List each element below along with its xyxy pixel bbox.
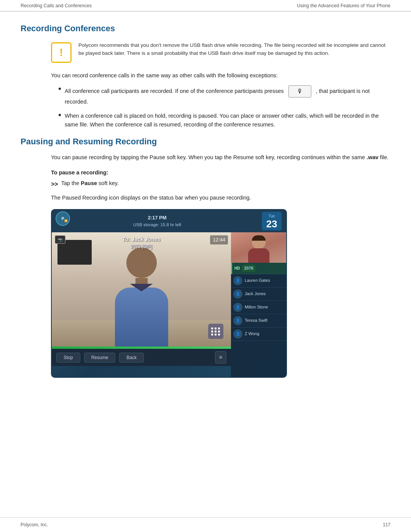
keypad-dot (211, 331, 213, 332)
subsection-label: To pause a recording: (51, 169, 390, 177)
keypad-dot (211, 334, 213, 335)
header-right: Using the Advanced Features of Your Phon… (297, 2, 390, 10)
keypad-dot (211, 328, 213, 329)
avatar-person (245, 232, 272, 263)
arrow-symbol: >> (51, 180, 58, 189)
main-content: Recording Conferences ! Polycom recommen… (0, 11, 411, 404)
section2-body-bold: .wav (366, 154, 378, 160)
mute-button-inline: 🎙 (288, 85, 311, 97)
status-bar: P 📶 2:17 PM USB storage: 15.8 hr left Tu… (52, 210, 286, 232)
right-sidebar: HD 2076 👤 Lauren Gates 👤 Jack Jones 👤 (231, 232, 286, 377)
keypad-dot (215, 331, 217, 332)
video-thumb-icon: 📷 (55, 235, 65, 244)
arrow-step: >> Tap the Pause soft key. (51, 179, 390, 189)
contact-row-milton[interactable]: 👤 Milton Stone (231, 301, 286, 314)
contact-icon: 👤 (233, 329, 242, 339)
status-center: 2:17 PM USB storage: 15.8 hr left (56, 214, 258, 228)
call-timer: 12:44 (210, 235, 228, 244)
keypad-dots (211, 328, 220, 335)
step-text: Tap the Pause soft key. (61, 179, 119, 188)
keypad-icon[interactable] (208, 324, 223, 339)
warning-icon: ! (51, 42, 72, 63)
person-head (126, 248, 157, 278)
sidebar-avatar-img (231, 232, 286, 263)
list-item: All conference call participants are rec… (59, 85, 390, 106)
avatar-body (248, 248, 269, 263)
softkey-stop[interactable]: Stop (56, 353, 80, 363)
section2-body: You can pause recording by tapping the P… (51, 153, 390, 162)
softkey-menu-icon[interactable]: ≡ (215, 351, 226, 364)
contact-name: Jack Jones (245, 291, 284, 297)
keypad-dot (215, 328, 217, 329)
softkey-bar: Stop Resume Back ≡ (52, 349, 231, 366)
call-sip: 2077 [SIP] (122, 243, 160, 250)
bullet-dot (59, 88, 61, 90)
section2-body-end: file. (380, 154, 389, 160)
list-item: When a conference call is placed on hold… (59, 112, 390, 129)
warning-box: ! Polycom recommends that you don't remo… (51, 42, 390, 63)
contact-icon: 👤 (233, 303, 242, 312)
page-header: Recording Calls and Conferences Using th… (0, 0, 411, 11)
phone-screen-wrapper: P 📶 2:17 PM USB storage: 15.8 hr left Tu… (51, 209, 390, 378)
keypad-dot (215, 334, 217, 335)
contact-icon: 👤 (233, 316, 242, 325)
contact-name: Milton Stone (245, 304, 284, 310)
contact-number: 2076 (242, 265, 255, 272)
person-body (115, 288, 168, 347)
call-info-overlay: To: Jack Jones 2077 [SIP] (122, 235, 160, 250)
date-num: 23 (266, 219, 278, 229)
contact-row-jack[interactable]: 👤 Jack Jones (231, 288, 286, 301)
phone-body: To: Jack Jones 2077 [SIP] 📷 12:44 (52, 232, 286, 377)
avatar-hair (252, 235, 266, 241)
status-time: 2:17 PM (56, 214, 258, 222)
call-to: To: Jack Jones (122, 235, 160, 243)
sidebar-avatar (231, 232, 286, 263)
section2-body-text: You can pause recording by tapping the P… (51, 154, 365, 160)
hd-icon: HD (234, 265, 240, 271)
contact-row-zwong[interactable]: 👤 Z Wong (231, 328, 286, 341)
phone-screen: P 📶 2:17 PM USB storage: 15.8 hr left Tu… (51, 209, 287, 378)
status-storage: USB storage: 15.8 hr left (56, 222, 258, 228)
footer-right: 117 (383, 521, 390, 528)
contact-active[interactable]: HD 2076 (231, 263, 286, 274)
keypad-dot (218, 331, 220, 332)
keypad-dot (218, 334, 220, 335)
footer-left: Polycom, Inc. (21, 521, 48, 528)
bullet-dot (59, 114, 61, 116)
bullet-list: All conference call participants are rec… (59, 85, 390, 129)
call-area: To: Jack Jones 2077 [SIP] 📷 12:44 (52, 232, 231, 377)
list-item-content: All conference call participants are rec… (65, 85, 390, 106)
warning-text: Polycom recommends that you don't remove… (78, 42, 390, 58)
contact-icon: 👤 (233, 276, 242, 285)
softkey-resume[interactable]: Resume (84, 353, 116, 363)
step-description: The Paused Recording icon displays on th… (51, 193, 390, 202)
person-video: To: Jack Jones 2077 [SIP] 📷 12:44 (52, 232, 231, 347)
list-item-content: When a conference call is placed on hold… (65, 112, 390, 129)
phone-logo: P 📶 (56, 211, 70, 226)
date-box: Tue 23 (262, 212, 282, 230)
contact-row-teresa[interactable]: 👤 Teresa Swift (231, 314, 286, 328)
section2-title: Pausing and Resuming Recording (21, 135, 390, 148)
section1-body: You can record conference calls in the s… (51, 71, 390, 80)
person-figure (107, 240, 176, 347)
bullet1-text-before: All conference call participants are rec… (65, 88, 284, 94)
softkey-back[interactable]: Back (119, 353, 144, 363)
section1-title: Recording Conferences (21, 22, 390, 35)
keypad-dot (218, 328, 220, 329)
page-footer: Polycom, Inc. 117 (0, 517, 411, 532)
contact-name: Lauren Gates (245, 277, 284, 284)
contact-name: Teresa Swift (245, 317, 284, 324)
contact-row-lauren[interactable]: 👤 Lauren Gates (231, 274, 286, 288)
contact-name: Z Wong (245, 331, 284, 337)
contact-icon: 👤 (233, 289, 242, 299)
header-left: Recording Calls and Conferences (21, 2, 92, 10)
